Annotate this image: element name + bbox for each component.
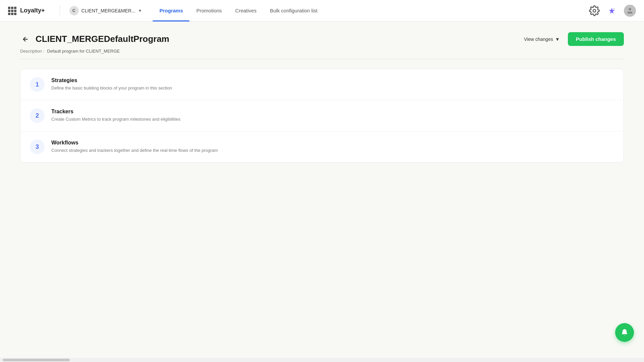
step-content-trackers: Trackers Create Custom Metrics to track …: [51, 109, 614, 123]
notification-fab[interactable]: [615, 323, 634, 342]
client-selector[interactable]: C CLIENT_MERGE&MER... ▼: [69, 6, 142, 15]
main-nav: Programs Promotions Creatives Bulk confi…: [153, 0, 324, 21]
scrollbar-thumb: [3, 359, 70, 361]
page-header: CLIENT_MERGEDefaultProgram View changes …: [20, 32, 624, 46]
step-content-strategies: Strategies Define the basic building blo…: [51, 77, 614, 92]
page-header-left: CLIENT_MERGEDefaultProgram: [20, 34, 169, 45]
bell-icon: [621, 328, 629, 337]
step-title-workflows: Workflows: [51, 140, 614, 146]
grid-icon[interactable]: [8, 7, 16, 15]
header-left: Loyalty+ C CLIENT_MERGE&MER... ▼: [8, 5, 142, 16]
svg-point-0: [593, 9, 596, 12]
step-content-workflows: Workflows Connect strategies and tracker…: [51, 140, 614, 154]
description-row: Description : Default program for CLIENT…: [20, 49, 624, 59]
step-desc-workflows: Connect strategies and trackers together…: [51, 147, 614, 154]
step-title-trackers: Trackers: [51, 109, 614, 115]
publish-changes-button[interactable]: Publish changes: [568, 32, 624, 46]
step-title-strategies: Strategies: [51, 77, 614, 83]
client-name: CLIENT_MERGE&MER...: [82, 8, 136, 13]
steps-container: 1 Strategies Define the basic building b…: [20, 69, 624, 163]
step-item-workflows[interactable]: 3 Workflows Connect strategies and track…: [20, 131, 624, 162]
step-item-trackers[interactable]: 2 Trackers Create Custom Metrics to trac…: [20, 100, 624, 131]
sparkle-icon: [608, 7, 615, 14]
back-button[interactable]: [20, 34, 31, 45]
bottom-scrollbar[interactable]: [0, 358, 644, 362]
page-header-right: View changes ▼ Publish changes: [520, 32, 624, 46]
nav-item-creatives[interactable]: Creatives: [228, 0, 263, 21]
svg-point-1: [629, 8, 631, 10]
step-item-strategies[interactable]: 1 Strategies Define the basic building b…: [20, 69, 624, 100]
page-title: CLIENT_MERGEDefaultProgram: [36, 34, 169, 44]
user-avatar-button[interactable]: [624, 5, 636, 17]
header-divider: [60, 5, 60, 16]
step-number-3: 3: [30, 139, 45, 154]
client-avatar: C: [69, 6, 79, 15]
back-arrow-icon: [22, 36, 29, 43]
gear-icon: [589, 5, 600, 16]
step-desc-trackers: Create Custom Metrics to track program m…: [51, 116, 614, 123]
step-desc-strategies: Define the basic building blocks of your…: [51, 85, 614, 92]
step-number-2: 2: [30, 108, 45, 123]
header: Loyalty+ C CLIENT_MERGE&MER... ▼ Program…: [0, 0, 644, 21]
description-label: Description :: [20, 49, 44, 54]
chevron-down-icon: ▼: [555, 37, 560, 42]
nav-item-programs[interactable]: Programs: [153, 0, 190, 21]
main-content: CLIENT_MERGEDefaultProgram View changes …: [0, 21, 644, 173]
view-changes-label: View changes: [524, 37, 553, 42]
nav-item-promotions[interactable]: Promotions: [190, 0, 228, 21]
sparkle-button[interactable]: [606, 5, 617, 16]
user-icon: [626, 7, 634, 14]
header-right: [589, 5, 636, 17]
chevron-down-icon[interactable]: ▼: [138, 8, 142, 13]
app-title: Loyalty+: [20, 7, 45, 14]
description-text: Default program for CLIENT_MERGE: [47, 49, 120, 54]
view-changes-button[interactable]: View changes ▼: [520, 34, 564, 45]
step-number-1: 1: [30, 77, 45, 92]
settings-button[interactable]: [589, 5, 600, 16]
nav-item-bulk-config[interactable]: Bulk configuration list: [263, 0, 324, 21]
